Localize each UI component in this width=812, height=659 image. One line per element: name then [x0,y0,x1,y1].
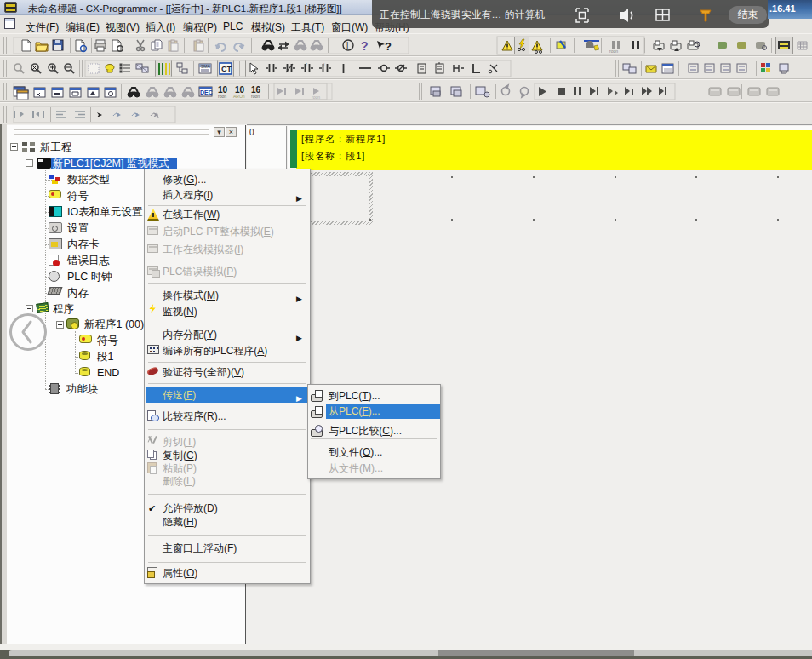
svg-text:↓: ↓ [323,61,326,67]
svg-text:i: i [346,41,348,50]
svg-text:SMA: SMA [201,64,211,69]
svg-text:CT: CT [221,65,232,73]
svg-text:↑: ↑ [305,61,308,67]
svg-text:?: ? [385,40,392,53]
svg-text:DEC: DEC [200,89,213,95]
svg-text:?: ? [361,39,369,53]
svg-text:roon: roon [609,49,618,54]
svg-text:roon: roon [251,94,260,99]
svg-text:roon: roon [218,94,226,99]
svg-text:roon: roon [312,95,320,100]
svg-text:AROn: AROn [233,94,245,99]
